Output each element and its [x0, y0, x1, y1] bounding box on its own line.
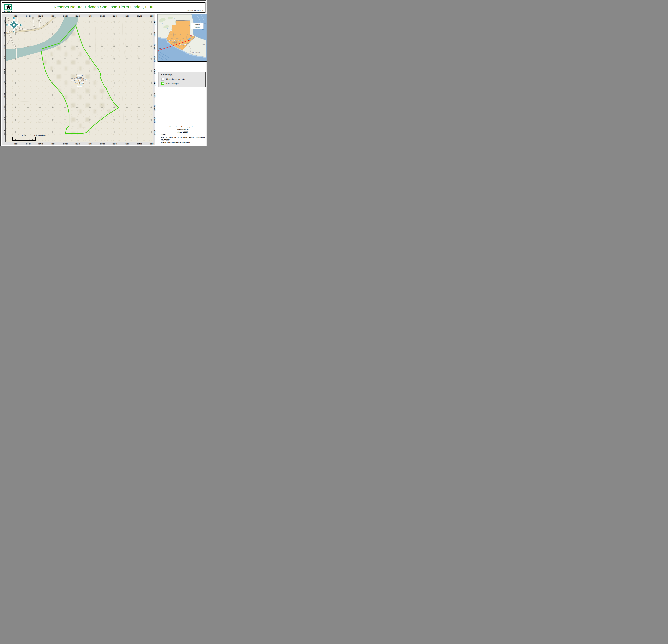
inset-canvas: B Diferendo territorial no resuelto Guat… — [158, 14, 206, 61]
san-salvador-label: San Salvador — [191, 51, 200, 53]
san-salvador-dot — [189, 53, 191, 54]
info-line: CONAP 2026 — [161, 139, 205, 141]
grid-cross — [52, 33, 54, 35]
legend-title: Simbología — [161, 74, 206, 76]
inset-locator-map[interactable]: B Diferendo territorial no resuelto Guat… — [157, 14, 207, 62]
grid-cross — [39, 70, 41, 72]
svg-text:Gu: Gu — [204, 23, 206, 24]
grid-cross — [39, 119, 41, 121]
grid-cross — [27, 131, 29, 133]
grid-cross — [151, 131, 152, 133]
legend-item-label: Límite Departamental — [166, 78, 185, 80]
svg-text:Diferendo: Diferendo — [195, 23, 200, 25]
grid-cross — [89, 33, 91, 35]
grid-cross — [52, 21, 54, 23]
axis-tick-bottom — [53, 143, 53, 144]
axis-tick-bottom — [115, 143, 115, 144]
grid-cross — [101, 131, 103, 133]
grid-cross — [113, 21, 115, 23]
axis-tick-right — [154, 96, 155, 96]
grid-cross — [113, 94, 115, 96]
scale-038: 0.38 — [34, 134, 37, 136]
belize-label-fragment: B — [189, 25, 190, 27]
axis-tick-right — [154, 22, 155, 22]
grid-cross — [151, 58, 152, 60]
locator-dot — [188, 40, 189, 41]
grid-cross — [138, 46, 140, 47]
grid-cross — [101, 21, 103, 23]
grid-cross — [27, 119, 29, 121]
legend-item: Límite Departamental — [161, 78, 206, 80]
main-map[interactable]: ÁNTICO — [5, 17, 153, 142]
grid-cross — [151, 94, 152, 96]
axis-tick-bottom — [152, 143, 152, 144]
grid-cross — [52, 131, 54, 133]
axis-tick-bottom — [90, 143, 90, 144]
country-label: Guatemala — [168, 40, 184, 42]
grid-cross — [126, 94, 128, 96]
axis-tick-bottom — [102, 143, 103, 144]
grid-cross — [113, 131, 115, 133]
compass-e-label: E — [20, 24, 21, 26]
legend-item: Área protegida — [161, 82, 206, 85]
axis-tick-bottom — [139, 143, 140, 144]
grid-cross — [101, 33, 103, 35]
axis-tick-bottom — [41, 143, 41, 144]
grid-cross — [138, 21, 140, 23]
info-line: Base de datos de la Dirección Análisis G… — [161, 137, 205, 138]
compass-w-label: O — [6, 24, 8, 26]
grid-cross — [39, 107, 41, 108]
projection-info-box: Sistema de coordenadas proyectadasProyec… — [159, 125, 206, 144]
svg-text:territorial no: territorial no — [194, 25, 201, 27]
svg-text:resuelto: resuelto — [195, 27, 200, 28]
grid-cross — [27, 94, 29, 96]
grid-cross — [64, 107, 66, 108]
grid-cross — [138, 107, 140, 108]
grid-cross — [27, 33, 29, 35]
grid-cross — [27, 107, 29, 108]
grid-cross — [52, 119, 54, 121]
grid-cross — [15, 70, 16, 72]
grid-cross — [101, 58, 103, 60]
grid-cross — [15, 33, 16, 35]
grid-cross — [89, 46, 91, 47]
grid-cross — [126, 46, 128, 47]
axis-tick-bottom — [127, 143, 127, 144]
grid-cross — [138, 94, 140, 96]
scale-019: 0.19 — [22, 134, 26, 136]
grid-cross — [89, 131, 91, 133]
grid-cross — [126, 107, 128, 108]
grid-cross — [113, 119, 115, 121]
grid-cross — [151, 107, 152, 108]
info-line: Base de datos cartografía básica IGN 201… — [161, 142, 205, 143]
map-canvas: ÁNTICO — [6, 17, 153, 142]
depth-label: 721 — [158, 48, 161, 50]
grid-cross — [151, 33, 152, 35]
grid-cross — [113, 70, 115, 72]
axis-tick-right — [154, 132, 155, 132]
reserve-label-line: Linda — [77, 85, 81, 87]
grid-cross — [27, 21, 29, 23]
grid-cross — [151, 82, 152, 84]
legend-swatch — [161, 82, 164, 85]
grid-cross — [126, 70, 128, 72]
grid-cross — [138, 58, 140, 60]
info-line: Sistema de coordenadas proyectadas — [161, 126, 205, 128]
grid-cross — [101, 46, 103, 47]
grid-cross — [151, 119, 152, 121]
compass-n-label: N — [13, 17, 15, 19]
grid-cross — [113, 33, 115, 35]
axis-tick-right — [154, 108, 155, 108]
axis-tick-right — [154, 47, 155, 47]
grid-cross — [138, 82, 140, 84]
scale-01: 0.1 — [17, 134, 19, 136]
header: CONAP Reserva Natural Privada San Jose T… — [2, 2, 206, 13]
grid-cross — [113, 58, 115, 60]
axis-tick-right — [154, 71, 155, 72]
grid-cross — [113, 46, 115, 47]
grid-cross — [64, 119, 66, 121]
legend-item-label: Área protegida — [166, 82, 179, 85]
grid-cross — [27, 58, 29, 60]
grid-cross — [15, 82, 16, 84]
grid-cross — [15, 119, 16, 121]
